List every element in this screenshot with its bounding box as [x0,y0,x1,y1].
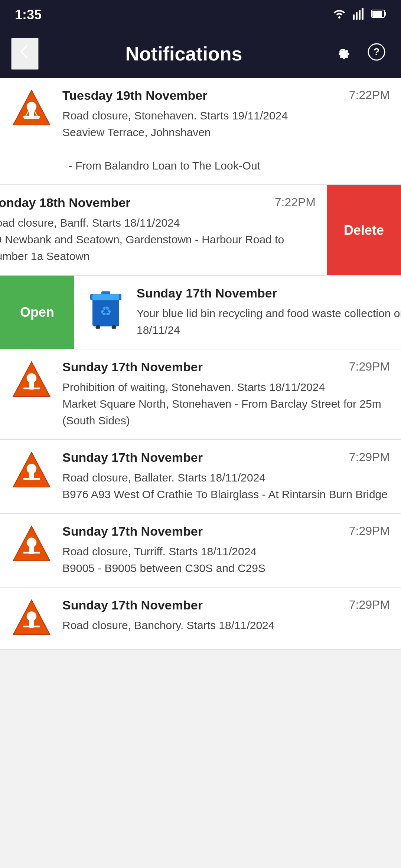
notification-time: 7:22PM [349,88,390,102]
notification-header-row: Sunday 17th November 7:29PM [62,524,390,539]
svg-rect-4 [362,8,363,20]
notification-container-2: Delete Monday 18th November 7:22PM Road … [0,185,401,276]
notification-icon-roadworks [11,360,52,401]
svg-point-0 [338,16,340,19]
status-icons [333,7,386,23]
notification-item[interactable]: Sunday 17th November 7:29PM Road closure… [0,588,401,650]
back-button[interactable] [11,38,39,70]
notification-time: 7:22PM [275,195,316,209]
notification-content: Sunday 17th November 7:29PM Road closure… [62,450,390,503]
svg-rect-7 [372,11,382,17]
notification-container-6: Sunday 17th November 7:29PM Road closure… [0,514,401,588]
notification-icon-roadworks [11,524,52,565]
open-action[interactable]: Open [0,276,74,349]
notification-content: Sunday 17th November 7:29PM Road closure… [62,524,390,576]
svg-rect-6 [384,12,386,16]
notification-date: Tuesday 19th November [62,88,208,103]
notification-icon-roadworks [11,598,52,639]
notification-body: Your blue lid bin recycling and food was… [137,305,401,338]
notification-icon-bin: ♻ [85,286,126,327]
notification-item[interactable]: Sunday 17th November 7:29PM Prohibition … [0,349,401,440]
status-bar: 1:35 [0,0,401,30]
svg-point-12 [27,102,36,111]
notification-icon-roadworks [11,450,52,491]
notification-date: Sunday 17th November [62,360,203,374]
notification-container-5: Sunday 17th November 7:29PM Road closure… [0,440,401,514]
settings-button[interactable] [329,39,356,69]
delete-action[interactable]: Delete [327,185,401,275]
notification-content: Sunday 17th November 7:29PM Road closure… [62,598,390,634]
notification-body: Road closure, Ballater. Starts 18/11/202… [62,469,390,503]
notification-content: Monday 18th November 7:22PM Road closure… [0,195,316,264]
notification-container-3: Open ♻ [0,276,401,349]
notification-date: Sunday 17th November [62,524,203,539]
notification-item[interactable]: ⚠ Tuesday 19th November 7:22PM Road clos… [0,78,401,185]
svg-point-35 [27,537,36,547]
notification-time: 7:29PM [349,524,390,538]
svg-rect-3 [359,10,361,20]
svg-rect-1 [353,14,355,20]
notification-date: Sunday 17th November [137,286,277,300]
app-header: Notifications ? [0,30,401,78]
notification-content: Tuesday 19th November 7:22PM Road closur… [62,88,390,174]
notification-time: 7:29PM [349,360,390,374]
notification-content: Sunday 17th November 7:29PM Prohibition … [62,360,390,429]
notification-time: 7:29PM [349,450,390,464]
notification-icon-roadworks: ⚠ [11,88,52,129]
page-title: Notifications [39,43,329,65]
notification-header-row: Sunday 17th November 7:29PM [62,450,390,465]
notification-item[interactable]: ♻ Sunday 17th November Your blue lid bin… [74,276,401,349]
notification-body: Prohibition of waiting, Stonehaven. Star… [62,379,390,429]
notification-container-4: Sunday 17th November 7:29PM Prohibition … [0,349,401,440]
notification-header-row: Sunday 17th November [137,286,401,300]
notification-body: Road closure, Turriff. Starts 18/11/2024… [62,543,390,576]
svg-rect-24 [92,294,119,300]
svg-rect-2 [356,12,358,20]
battery-icon [371,7,386,23]
notification-date: Monday 18th November [0,195,131,210]
notification-header-row: Tuesday 19th November 7:22PM [62,88,390,103]
notification-header-row: Sunday 17th November 7:29PM [62,598,390,612]
svg-text:?: ? [373,46,379,57]
signal-icon [352,7,365,23]
notification-body: Road closure, Stonehaven. Starts 19/11/2… [62,107,390,174]
notification-list: ⚠ Tuesday 19th November 7:22PM Road clos… [0,78,401,650]
header-actions: ? [329,39,390,69]
notification-container-7: Sunday 17th November 7:29PM Road closure… [0,588,401,650]
svg-point-39 [27,611,36,621]
notification-body: Road closure, Banchory. Starts 18/11/202… [62,617,390,634]
notification-item[interactable]: Sunday 17th November 7:29PM Road closure… [0,440,401,513]
notification-header-row: Sunday 17th November 7:29PM [62,360,390,374]
wifi-icon [333,7,346,23]
notification-date: Sunday 17th November [62,598,203,612]
status-time: 1:35 [15,7,42,23]
notification-item[interactable]: Monday 18th November 7:22PM Road closure… [0,185,327,275]
svg-text:♻: ♻ [100,304,112,319]
notification-container-1: ⚠ Tuesday 19th November 7:22PM Road clos… [0,78,401,185]
delete-label: Delete [344,223,384,238]
notification-body: Road closure, Banff. Starts 18/11/2024 B… [0,214,316,264]
help-button[interactable]: ? [363,39,390,69]
notification-date: Sunday 17th November [62,450,203,465]
svg-point-27 [27,373,36,383]
notification-header-row: Monday 18th November 7:22PM [0,195,316,210]
notification-item[interactable]: Sunday 17th November 7:29PM Road closure… [0,514,401,587]
svg-point-31 [27,464,36,473]
open-label: Open [20,305,54,320]
notification-time: 7:29PM [349,598,390,612]
notification-content: Sunday 17th November Your blue lid bin r… [137,286,401,338]
